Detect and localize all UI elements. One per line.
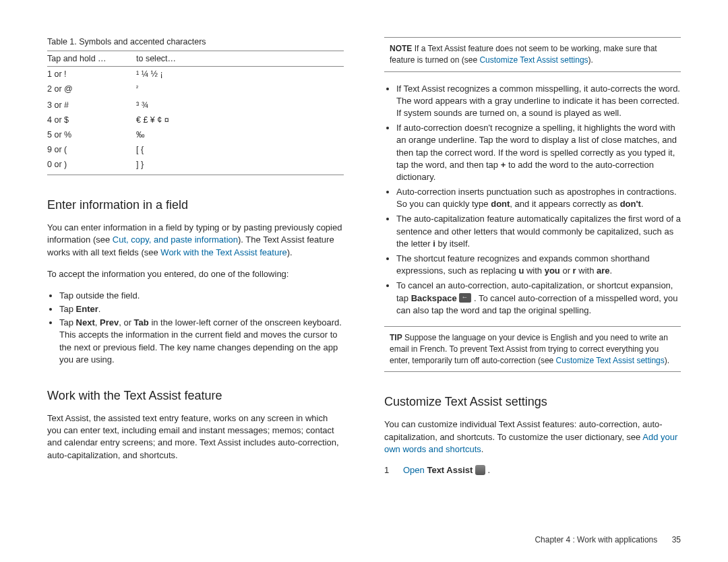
link-customize-settings[interactable]: Customize Text Assist settings bbox=[479, 55, 588, 65]
text-assist-app-icon bbox=[475, 465, 485, 475]
step-1: 1 Open Text Assist . bbox=[384, 465, 681, 475]
heading-text-assist: Work with the Text Assist feature bbox=[47, 389, 344, 403]
list-item: To cancel an auto-correction, auto-capit… bbox=[396, 280, 681, 317]
paragraph: Text Assist, the assisted text entry fea… bbox=[47, 412, 344, 462]
heading-enter-info: Enter information in a field bbox=[47, 198, 344, 212]
th-tap-hold: Tap and hold … bbox=[47, 51, 136, 67]
th-to-select: to select… bbox=[136, 51, 344, 67]
link-cut-copy-paste[interactable]: Cut, copy, and paste information bbox=[113, 235, 238, 245]
list-item: Auto-correction inserts punctuation such… bbox=[396, 186, 681, 210]
table-row: 9 or ([ { bbox=[47, 142, 344, 157]
link-customize-settings-2[interactable]: Customize Text Assist settings bbox=[556, 356, 665, 365]
table-row: 3 or #³ ¾ bbox=[47, 98, 344, 113]
bullet-list: If Text Assist recognizes a common missp… bbox=[384, 83, 681, 317]
list-item: If auto-correction doesn't recognize a s… bbox=[396, 122, 681, 183]
list-item: If Text Assist recognizes a common missp… bbox=[396, 83, 681, 120]
left-column: Table 1. Symbols and accented characters… bbox=[47, 37, 344, 475]
footer-page-number: 35 bbox=[672, 535, 681, 544]
paragraph: You can enter information in a field by … bbox=[47, 222, 344, 259]
footer-chapter: Chapter 4 : Work with applications bbox=[535, 535, 657, 544]
list-item: Tap outside the field. bbox=[59, 290, 344, 302]
list-item: Tap Enter. bbox=[59, 303, 344, 315]
symbols-table: Tap and hold … to select… 1 or !¹ ¼ ½ ¡ … bbox=[47, 51, 344, 175]
tip-callout: TIP Suppose the language on your device … bbox=[384, 326, 681, 372]
table-row: 4 or $€ £ ¥ ¢ ¤ bbox=[47, 113, 344, 127]
paragraph: You can customize individual Text Assist… bbox=[384, 418, 681, 456]
right-column: NOTE If a Text Assist feature does not s… bbox=[384, 37, 681, 475]
bullet-list: Tap outside the field. Tap Enter. Tap Ne… bbox=[47, 290, 344, 366]
table-row: 0 or )] } bbox=[47, 157, 344, 175]
list-item: Tap Next, Prev, or Tab in the lower-left… bbox=[59, 317, 344, 366]
table-row: 2 or @² bbox=[47, 82, 344, 98]
heading-customize: Customize Text Assist settings bbox=[384, 395, 681, 409]
page-footer: Chapter 4 : Work with applications 35 bbox=[535, 535, 681, 544]
tip-label: TIP bbox=[390, 333, 402, 342]
list-item: The shortcut feature recognizes and expa… bbox=[396, 253, 681, 277]
link-open[interactable]: Open bbox=[403, 465, 425, 475]
list-item: The auto-capitalization feature automati… bbox=[396, 213, 681, 250]
backspace-key-icon bbox=[459, 293, 471, 303]
link-text-assist-feature[interactable]: Work with the Text Assist feature bbox=[160, 247, 286, 257]
step-number: 1 bbox=[384, 465, 392, 475]
note-callout: NOTE If a Text Assist feature does not s… bbox=[384, 37, 681, 72]
table-row: 1 or !¹ ¼ ½ ¡ bbox=[47, 67, 344, 82]
note-label: NOTE bbox=[390, 44, 412, 53]
paragraph: To accept the information you entered, d… bbox=[47, 268, 344, 280]
table-row: 5 or %‰ bbox=[47, 127, 344, 142]
table-caption: Table 1. Symbols and accented characters bbox=[47, 37, 344, 46]
